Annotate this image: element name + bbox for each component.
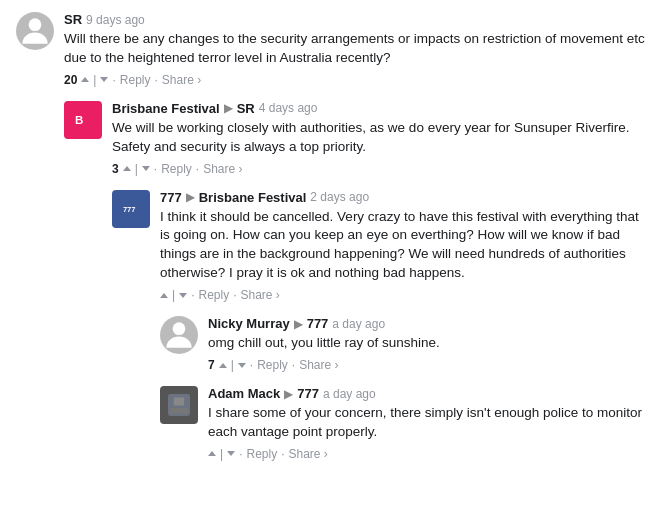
downvote-icon-bf[interactable] <box>142 166 150 171</box>
reply-to-adam: 777 <box>297 386 319 401</box>
reply-arrow-adam: ▶ <box>284 387 293 401</box>
comment-body-adam: Adam Mack ▶ 777 a day ago I share some o… <box>208 386 652 461</box>
svg-rect-8 <box>170 408 187 414</box>
vote-count-bf: 3 <box>112 162 119 176</box>
author-adam: Adam Mack <box>208 386 280 401</box>
comment-meta-777: 777 ▶ Brisbane Festival 2 days ago <box>160 190 652 205</box>
vote-count-nicky: 7 <box>208 358 215 372</box>
replies-l1: B Brisbane Festival ▶ SR 4 days ago We w… <box>64 101 652 461</box>
replies-l3: Nicky Murray ▶ 777 a day ago omg chill o… <box>160 316 652 461</box>
author-sr: SR <box>64 12 82 27</box>
comment-meta-nicky: Nicky Murray ▶ 777 a day ago <box>208 316 652 331</box>
reply-arrow-777: ▶ <box>186 190 195 204</box>
replies-l2: 777 777 ▶ Brisbane Festival 2 days ago I… <box>112 190 652 461</box>
svg-point-5 <box>173 322 186 335</box>
downvote-icon-777[interactable] <box>179 293 187 298</box>
downvote-icon-sr[interactable] <box>100 77 108 82</box>
reply-arrow-nicky: ▶ <box>294 317 303 331</box>
timestamp-bf: 4 days ago <box>259 101 318 115</box>
avatar-777: 777 <box>112 190 150 228</box>
comment-text-nicky: omg chill out, you little ray of sunshin… <box>208 334 652 353</box>
svg-point-0 <box>29 18 42 31</box>
timestamp-sr: 9 days ago <box>86 13 145 27</box>
comment-actions-nicky: 7 | · Reply · Share › <box>208 358 652 372</box>
comment-body-nicky: Nicky Murray ▶ 777 a day ago omg chill o… <box>208 316 652 372</box>
comment-text-bf: We will be working closely with authorit… <box>112 119 652 157</box>
reply-to-nicky: 777 <box>307 316 329 331</box>
share-link-adam[interactable]: Share › <box>289 447 328 461</box>
comment-actions-bf: 3 | · Reply · Share › <box>112 162 652 176</box>
reply-arrow-bf: ▶ <box>224 101 233 115</box>
avatar-bf: B <box>64 101 102 139</box>
reply-to-bf: SR <box>237 101 255 116</box>
upvote-icon-777[interactable] <box>160 293 168 298</box>
reply-link-adam[interactable]: Reply <box>246 447 277 461</box>
reply-link-777[interactable]: Reply <box>198 288 229 302</box>
share-link-bf[interactable]: Share › <box>203 162 242 176</box>
comment-777: 777 777 ▶ Brisbane Festival 2 days ago I… <box>112 190 652 303</box>
reply-to-777: Brisbane Festival <box>199 190 307 205</box>
svg-text:B: B <box>75 114 83 126</box>
reply-link-nicky[interactable]: Reply <box>257 358 288 372</box>
downvote-icon-nicky[interactable] <box>238 363 246 368</box>
comment-nicky: Nicky Murray ▶ 777 a day ago omg chill o… <box>160 316 652 372</box>
comment-meta-bf: Brisbane Festival ▶ SR 4 days ago <box>112 101 652 116</box>
author-nicky: Nicky Murray <box>208 316 290 331</box>
comment-bf: B Brisbane Festival ▶ SR 4 days ago We w… <box>64 101 652 176</box>
comment-body-777: 777 ▶ Brisbane Festival 2 days ago I thi… <box>160 190 652 303</box>
comment-adam: Adam Mack ▶ 777 a day ago I share some o… <box>160 386 652 461</box>
comment-meta-sr: SR 9 days ago <box>64 12 652 27</box>
timestamp-777: 2 days ago <box>310 190 369 204</box>
upvote-icon-sr[interactable] <box>81 77 89 82</box>
vote-count-sr: 20 <box>64 73 77 87</box>
svg-text:777: 777 <box>123 205 136 214</box>
svg-rect-7 <box>174 397 184 405</box>
comment-text-777: I think it should be cancelled. Very cra… <box>160 208 652 284</box>
comment-actions-777: | · Reply · Share › <box>160 288 652 302</box>
comment-thread: SR 9 days ago Will there be any changes … <box>16 12 652 461</box>
comment-text-sr: Will there be any changes to the securit… <box>64 30 652 68</box>
reply-link-sr[interactable]: Reply <box>120 73 151 87</box>
avatar-nicky <box>160 316 198 354</box>
upvote-icon-bf[interactable] <box>123 166 131 171</box>
avatar-adam <box>160 386 198 424</box>
author-bf: Brisbane Festival <box>112 101 220 116</box>
reply-link-bf[interactable]: Reply <box>161 162 192 176</box>
comment-actions-adam: | · Reply · Share › <box>208 447 652 461</box>
comment-text-adam: I share some of your concern, there simp… <box>208 404 652 442</box>
comment-body-bf: Brisbane Festival ▶ SR 4 days ago We wil… <box>112 101 652 176</box>
share-link-sr[interactable]: Share › <box>162 73 201 87</box>
timestamp-nicky: a day ago <box>332 317 385 331</box>
avatar-sr <box>16 12 54 50</box>
timestamp-adam: a day ago <box>323 387 376 401</box>
upvote-icon-nicky[interactable] <box>219 363 227 368</box>
comment-body-sr: SR 9 days ago Will there be any changes … <box>64 12 652 87</box>
comment-meta-adam: Adam Mack ▶ 777 a day ago <box>208 386 652 401</box>
downvote-icon-adam[interactable] <box>227 451 235 456</box>
upvote-icon-adam[interactable] <box>208 451 216 456</box>
author-777: 777 <box>160 190 182 205</box>
share-link-nicky[interactable]: Share › <box>299 358 338 372</box>
comment-actions-sr: 20 | · Reply · Share › <box>64 73 652 87</box>
share-link-777[interactable]: Share › <box>241 288 280 302</box>
comment-sr: SR 9 days ago Will there be any changes … <box>16 12 652 87</box>
